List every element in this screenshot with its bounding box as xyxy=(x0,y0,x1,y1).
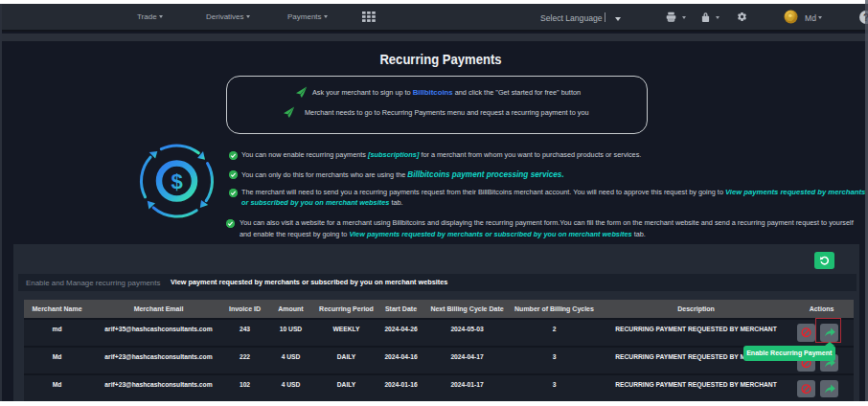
svg-text:$: $ xyxy=(171,169,182,193)
